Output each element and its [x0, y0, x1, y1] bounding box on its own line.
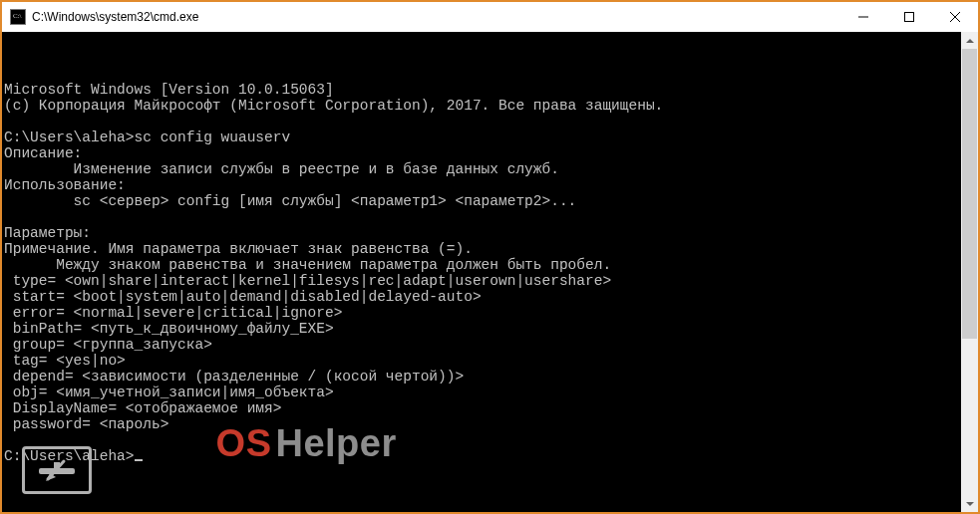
- terminal-line: (c) Корпорация Майкрософт (Microsoft Cor…: [4, 98, 961, 114]
- svg-marker-8: [46, 473, 56, 481]
- svg-marker-9: [966, 39, 974, 43]
- titlebar[interactable]: C:\ C:\Windows\system32\cmd.exe: [2, 2, 978, 32]
- terminal-line: error= <normal|severe|critical|ignore>: [4, 305, 961, 321]
- window-frame: C:\ C:\Windows\system32\cmd.exe Microsof…: [0, 0, 980, 514]
- terminal-line: Использование:: [4, 177, 961, 193]
- scroll-thumb[interactable]: [962, 49, 977, 339]
- cmd-icon: C:\: [10, 9, 26, 25]
- terminal-line: type= <own|share|interact|kernel|filesys…: [4, 273, 961, 289]
- terminal-line: Изменение записи службы в реестре и в ба…: [4, 161, 961, 177]
- terminal-line: C:\Users\aleha>sc config wuauserv: [4, 129, 961, 145]
- scroll-up-button[interactable]: [961, 32, 978, 49]
- terminal-line: [4, 209, 961, 225]
- terminal-line: tag= <yes|no>: [4, 353, 961, 369]
- terminal-line: group= <группа_запуска>: [4, 337, 961, 353]
- vertical-scrollbar[interactable]: [961, 32, 978, 512]
- terminal-line: start= <boot|system|auto|demand|disabled…: [4, 289, 961, 305]
- terminal-line: Описание:: [4, 145, 961, 161]
- prompt-text: C:\Users\aleha>: [4, 448, 135, 464]
- terminal-line: [4, 432, 961, 448]
- scroll-down-button[interactable]: [961, 495, 978, 512]
- client-area: Microsoft Windows [Version 10.0.15063](c…: [2, 32, 978, 512]
- terminal-line: password= <пароль>: [4, 416, 961, 432]
- terminal-line: sc <сервер> config [имя службы] <парамет…: [4, 193, 961, 209]
- window-title: C:\Windows\system32\cmd.exe: [32, 10, 198, 24]
- svg-text:C:\: C:\: [13, 12, 22, 20]
- terminal-line: Примечание. Имя параметра включает знак …: [4, 241, 961, 257]
- close-button[interactable]: [932, 2, 978, 32]
- terminal-line: Параметры:: [4, 225, 961, 241]
- maximize-button[interactable]: [886, 2, 932, 32]
- scroll-track[interactable]: [961, 49, 978, 495]
- terminal-line: [4, 114, 961, 129]
- terminal-line: Microsoft Windows [Version 10.0.15063]: [4, 82, 961, 98]
- svg-marker-10: [966, 502, 974, 506]
- terminal-prompt-line[interactable]: C:\Users\aleha>: [4, 448, 961, 464]
- terminal-line: depend= <зависимости (разделенные / (кос…: [4, 369, 961, 385]
- svg-rect-4: [905, 13, 914, 22]
- terminal[interactable]: Microsoft Windows [Version 10.0.15063](c…: [2, 32, 961, 512]
- terminal-line: DisplayName= <отображаемое имя>: [4, 400, 961, 416]
- terminal-line: Между знаком равенства и значением парам…: [4, 257, 961, 273]
- minimize-button[interactable]: [840, 2, 886, 32]
- terminal-line: obj= <имя_учетной_записи|имя_объекта>: [4, 385, 961, 400]
- terminal-line: binPath= <путь_к_двоичному_файлу_EXE>: [4, 321, 961, 337]
- text-cursor: [135, 459, 143, 461]
